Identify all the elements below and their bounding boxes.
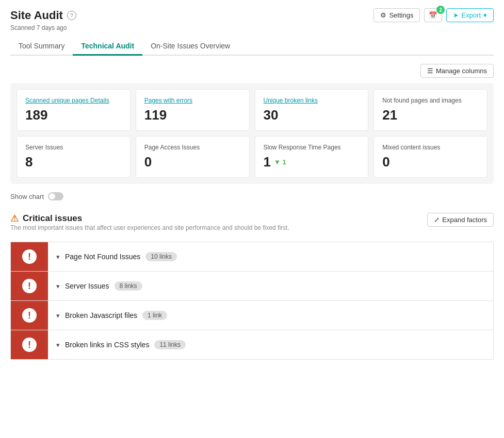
scanned-info: Scanned 7 days ago — [10, 24, 494, 31]
tab-tool-summary[interactable]: Tool Summary — [10, 38, 73, 56]
stat-value-server-issues: 8 — [25, 154, 122, 170]
stat-label-scanned-pages[interactable]: Scanned unique pages Details — [25, 97, 122, 104]
issue-title-server-issues: Server Issues — [65, 282, 109, 290]
stat-label-mixed-content: Mixed content issues — [382, 144, 479, 151]
issue-severity-server-issues: ! — [11, 272, 48, 300]
stat-label-pages-errors[interactable]: Pages with errors — [144, 97, 241, 104]
stat-value-pages-errors: 119 — [144, 107, 241, 123]
chevron-icon-page-not-found[interactable]: ▾ — [56, 253, 60, 261]
calendar-icon: 📅 — [429, 11, 437, 19]
calendar-badge: 2 — [436, 6, 445, 14]
critical-issues-header: ⚠ Critical issues The most important iss… — [10, 213, 494, 239]
columns-icon: ☰ — [427, 67, 433, 75]
issue-content-server-issues: ▾ Server Issues 8 links — [48, 272, 493, 300]
issue-severity-page-not-found: ! — [11, 242, 48, 271]
export-icon: ➤ — [453, 11, 459, 19]
chevron-icon-broken-css[interactable]: ▾ — [56, 341, 60, 349]
stat-delta-slow-response: ▼ 1 — [274, 158, 286, 166]
stats-container: Scanned unique pages Details 189 Pages w… — [10, 83, 494, 184]
stat-card-slow-response: Slow Response Time Pages 1 ▼ 1 — [255, 136, 369, 178]
issue-content-broken-js: ▾ Broken Javascript files 1 link — [48, 301, 493, 330]
stat-card-scanned-pages: Scanned unique pages Details 189 — [17, 89, 131, 131]
issue-row-page-not-found: ! ▾ Page Not Found Issues 10 links — [10, 242, 494, 271]
critical-icon-broken-js: ! — [22, 308, 37, 323]
stat-value-mixed-content: 0 — [382, 154, 479, 170]
gear-icon — [380, 11, 386, 19]
chevron-icon-broken-js[interactable]: ▾ — [56, 312, 60, 319]
issue-title-page-not-found: Page Not Found Issues — [65, 252, 140, 261]
issue-badge-broken-js: 1 link — [142, 311, 167, 320]
stat-card-not-found: Not found pages and images 21 — [373, 89, 487, 131]
issue-severity-broken-js: ! — [11, 301, 48, 330]
stats-grid: Scanned unique pages Details 189 Pages w… — [17, 89, 487, 178]
show-chart-label: Show chart — [10, 193, 44, 200]
issue-badge-page-not-found: 10 links — [145, 252, 177, 261]
issue-title-broken-js: Broken Javascript files — [65, 311, 137, 319]
show-chart-toggle[interactable] — [48, 192, 63, 200]
issue-severity-broken-css: ! — [11, 330, 48, 359]
export-button[interactable]: ➤ Export ▾ — [446, 8, 494, 22]
stat-label-slow-response: Slow Response Time Pages — [264, 144, 360, 151]
stat-card-server-issues: Server Issues 8 — [17, 136, 131, 178]
stat-value-slow-response: 1 ▼ 1 — [264, 154, 360, 170]
page-header: Site Audit ? Settings 📅 2 ➤ Export ▾ — [10, 8, 494, 22]
issue-title-broken-css: Broken links in CSS styles — [65, 341, 149, 349]
issue-content-page-not-found: ▾ Page Not Found Issues 10 links — [48, 242, 493, 271]
critical-issues-section: ⚠ Critical issues The most important iss… — [10, 213, 494, 360]
stat-card-page-access: Page Access Issues 0 — [136, 136, 250, 178]
issue-badge-server-issues: 8 links — [115, 281, 142, 291]
manage-columns-label: Manage columns — [436, 67, 487, 75]
expand-factors-button[interactable]: ⤢ Expand factors — [427, 213, 494, 227]
stat-card-broken-links: Unique broken links 30 — [255, 89, 369, 131]
stat-card-mixed-content: Mixed content issues 0 — [373, 136, 487, 178]
critical-icon-broken-css: ! — [22, 338, 37, 352]
settings-button[interactable]: Settings — [373, 8, 420, 22]
issue-badge-broken-css: 11 links — [154, 340, 186, 349]
tabs-bar: Tool Summary Technical Audit On-Site Iss… — [10, 38, 494, 56]
stat-label-server-issues: Server Issues — [25, 144, 122, 151]
critical-issues-title: ⚠ Critical issues — [10, 213, 289, 224]
tab-on-site-issues[interactable]: On-Site Issues Overview — [142, 38, 238, 56]
page-title: Site Audit — [10, 9, 63, 22]
stat-label-page-access: Page Access Issues — [144, 144, 241, 151]
show-chart-row: Show chart — [10, 192, 494, 200]
critical-icon-server-issues: ! — [22, 279, 37, 293]
critical-issues-desc: The most important issues that affect us… — [10, 224, 289, 231]
stat-label-broken-links[interactable]: Unique broken links — [264, 97, 360, 104]
header-right: Settings 📅 2 ➤ Export ▾ — [373, 8, 494, 22]
help-icon[interactable]: ? — [67, 11, 76, 20]
issue-row-broken-js: ! ▾ Broken Javascript files 1 link — [10, 300, 494, 330]
header-left: Site Audit ? — [10, 9, 76, 22]
calendar-button[interactable]: 📅 2 — [424, 8, 442, 22]
manage-columns-row: ☰ Manage columns — [10, 64, 494, 78]
stat-label-not-found: Not found pages and images — [382, 97, 479, 104]
expand-icon: ⤢ — [434, 216, 440, 224]
issue-row-server-issues: ! ▾ Server Issues 8 links — [10, 271, 494, 300]
critical-issues-title-block: ⚠ Critical issues The most important iss… — [10, 213, 289, 239]
warning-icon: ⚠ — [10, 213, 19, 224]
settings-label: Settings — [389, 11, 413, 19]
export-label: Export — [461, 11, 481, 19]
stat-value-broken-links: 30 — [264, 107, 360, 123]
stat-card-pages-errors: Pages with errors 119 — [136, 89, 250, 131]
stat-value-not-found: 21 — [382, 107, 479, 123]
issue-row-broken-css: ! ▾ Broken links in CSS styles 11 links — [10, 330, 494, 360]
stat-value-page-access: 0 — [144, 154, 241, 170]
critical-icon-page-not-found: ! — [22, 249, 37, 264]
chevron-icon-server-issues[interactable]: ▾ — [56, 282, 60, 290]
chevron-down-icon: ▾ — [483, 11, 487, 19]
issue-content-broken-css: ▾ Broken links in CSS styles 11 links — [48, 330, 493, 359]
manage-columns-button[interactable]: ☰ Manage columns — [420, 64, 494, 78]
tab-technical-audit[interactable]: Technical Audit — [73, 38, 142, 56]
stat-value-scanned-pages: 189 — [25, 107, 122, 123]
